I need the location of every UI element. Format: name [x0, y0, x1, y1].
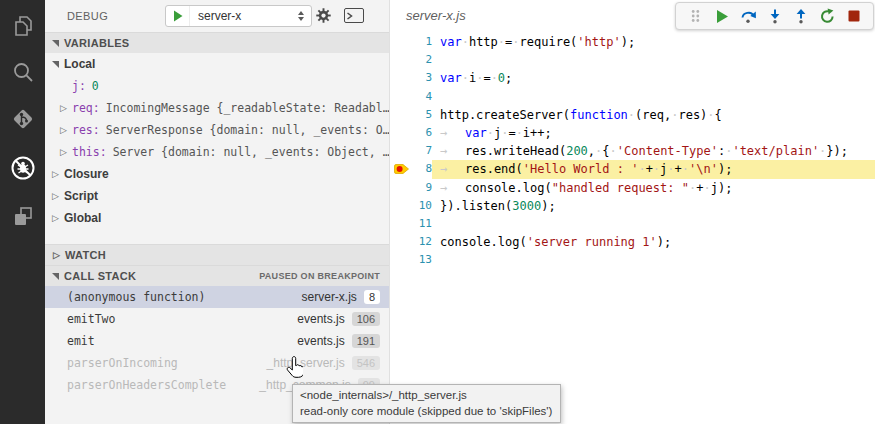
- code-token: ·: [628, 108, 635, 122]
- frame-line-badge: 546: [352, 356, 380, 370]
- frame-file-name: _http_server.js: [267, 356, 345, 370]
- variable-scope-row[interactable]: Script: [45, 185, 389, 207]
- start-debug-icon[interactable]: [166, 6, 190, 26]
- code-token: ·: [498, 35, 505, 49]
- breakpoint-gutter[interactable]: [390, 179, 412, 197]
- breakpoint-gutter[interactable]: [390, 215, 412, 233]
- line-number: 1: [412, 33, 432, 51]
- variables-section-header[interactable]: VARIABLES: [45, 32, 389, 53]
- frame-function-name: (anonymous function): [67, 290, 302, 304]
- stack-frame-row[interactable]: emitTwoevents.js106: [45, 308, 389, 330]
- step-over-button[interactable]: [737, 5, 759, 27]
- code-token: res.end(: [465, 162, 523, 176]
- code-line[interactable]: 5http.createServer(function·(req,·res)·{: [390, 106, 875, 124]
- paused-breakpoint-icon[interactable]: [390, 160, 412, 178]
- source-control-icon[interactable]: [0, 99, 45, 139]
- open-debug-console-icon[interactable]: [344, 8, 364, 23]
- code-line[interactable]: 13: [390, 251, 875, 269]
- code-line[interactable]: 3var·i·=·0;: [390, 69, 875, 87]
- restart-button[interactable]: [817, 5, 839, 27]
- search-icon[interactable]: [0, 52, 45, 92]
- launch-config-dropdown[interactable]: server-x: [165, 5, 312, 27]
- editor-file-title: server-x.js: [406, 8, 466, 23]
- variable-row[interactable]: res:ServerResponse {domain: null, _event…: [45, 119, 389, 141]
- code-token: var: [465, 126, 487, 140]
- stack-frame-row[interactable]: parserOnIncoming_http_server.js546: [45, 352, 389, 374]
- watch-section-header[interactable]: WATCH: [45, 244, 389, 265]
- line-number: 13: [412, 251, 432, 269]
- code-line[interactable]: 12console.log('server running 1');: [390, 233, 875, 251]
- code-line[interactable]: 2: [390, 51, 875, 69]
- vscode-debug-window: DEBUG server-x: [0, 0, 875, 424]
- frame-function-name: emit: [67, 334, 297, 348]
- code-token: j: [711, 181, 718, 195]
- code-token: ·: [707, 108, 714, 122]
- code-token: ·: [682, 162, 689, 176]
- code-token: );: [657, 235, 671, 249]
- code-token: 200: [566, 144, 588, 158]
- breakpoint-gutter[interactable]: [390, 142, 412, 160]
- stack-frame-row[interactable]: (anonymous function)server-x.js8: [45, 286, 389, 308]
- variable-row[interactable]: this:Server {domain: null, _events: Obje…: [45, 141, 389, 163]
- code-token: http: [469, 35, 498, 49]
- stop-button[interactable]: [843, 5, 865, 27]
- code-line[interactable]: 11: [390, 215, 875, 233]
- variable-name: this:: [72, 145, 107, 159]
- breakpoint-gutter[interactable]: [390, 197, 412, 215]
- code-token: 0: [498, 71, 505, 85]
- line-number: 8: [412, 160, 432, 178]
- code-line[interactable]: 1var·http·=·require('http');: [390, 33, 875, 51]
- twistie-expanded-icon: [52, 61, 59, 68]
- code-line[interactable]: 9→console.log("handled request: "·+·j);: [390, 179, 875, 197]
- code-token: 'Content-Type': [617, 144, 718, 158]
- code-text: console.log('server running 1');: [432, 233, 875, 251]
- breakpoint-gutter[interactable]: [390, 51, 412, 69]
- breakpoint-gutter[interactable]: [390, 69, 412, 87]
- code-line[interactable]: 7→res.writeHead(200,·{·'Content-Type':·'…: [390, 142, 875, 160]
- stack-frame-row[interactable]: emitevents.js191: [45, 330, 389, 352]
- explorer-icon[interactable]: [0, 6, 45, 46]
- editor-pane: server-x.js: [390, 0, 875, 424]
- variable-value: 0: [92, 79, 99, 93]
- code-token: ·: [638, 162, 645, 176]
- variable-row[interactable]: j:0: [45, 75, 389, 97]
- variable-name: res:: [72, 123, 100, 137]
- call-stack-section-header[interactable]: CALL STACK PAUSED ON BREAKPOINT: [45, 265, 389, 286]
- variable-scope-row[interactable]: Global: [45, 207, 389, 229]
- code-token: );: [718, 181, 732, 195]
- breakpoint-gutter[interactable]: [390, 88, 412, 106]
- code-token: 'server running 1': [527, 235, 657, 249]
- tooltip-path: <node_internals>/_http_server.js: [300, 387, 552, 403]
- twistie-collapsed-icon: [52, 250, 61, 260]
- breakpoint-gutter[interactable]: [390, 233, 412, 251]
- code-token: ·: [667, 162, 674, 176]
- breakpoint-gutter[interactable]: [390, 106, 412, 124]
- code-token: ·: [462, 71, 469, 85]
- toolbar-drag-handle-icon[interactable]: [684, 5, 706, 27]
- line-number: 9: [412, 179, 432, 197]
- variable-scope-row[interactable]: Local: [45, 53, 389, 75]
- scope-label: Global: [64, 211, 101, 225]
- variable-row[interactable]: req:IncomingMessage {_readableState: Rea…: [45, 97, 389, 119]
- code-line[interactable]: 10}).listen(3000);: [390, 197, 875, 215]
- code-area[interactable]: 1var·http·=·require('http');23var·i·=·0;…: [390, 33, 875, 269]
- variable-value: IncomingMessage {_readableState: Readabl…: [106, 101, 389, 115]
- variable-scope-row[interactable]: Closure: [45, 163, 389, 185]
- configure-gear-icon[interactable]: [315, 7, 332, 28]
- code-line[interactable]: 8→res.end('Hello World : '·+·j·+·'\n');: [390, 160, 875, 178]
- code-token: =: [483, 71, 490, 85]
- code-token: i++;: [523, 126, 552, 140]
- debug-icon[interactable]: [0, 148, 45, 188]
- code-line[interactable]: 4: [390, 88, 875, 106]
- step-into-button[interactable]: [764, 5, 786, 27]
- code-token: ·: [610, 144, 617, 158]
- code-line[interactable]: 6→var·j·=·i++;: [390, 124, 875, 142]
- breakpoint-gutter[interactable]: [390, 33, 412, 51]
- code-token: "handled request: ": [552, 181, 689, 195]
- extensions-icon[interactable]: [0, 197, 45, 237]
- twistie-collapsed-icon: [51, 169, 60, 179]
- breakpoint-gutter[interactable]: [390, 251, 412, 269]
- continue-button[interactable]: [711, 5, 733, 27]
- step-out-button[interactable]: [790, 5, 812, 27]
- breakpoint-gutter[interactable]: [390, 124, 412, 142]
